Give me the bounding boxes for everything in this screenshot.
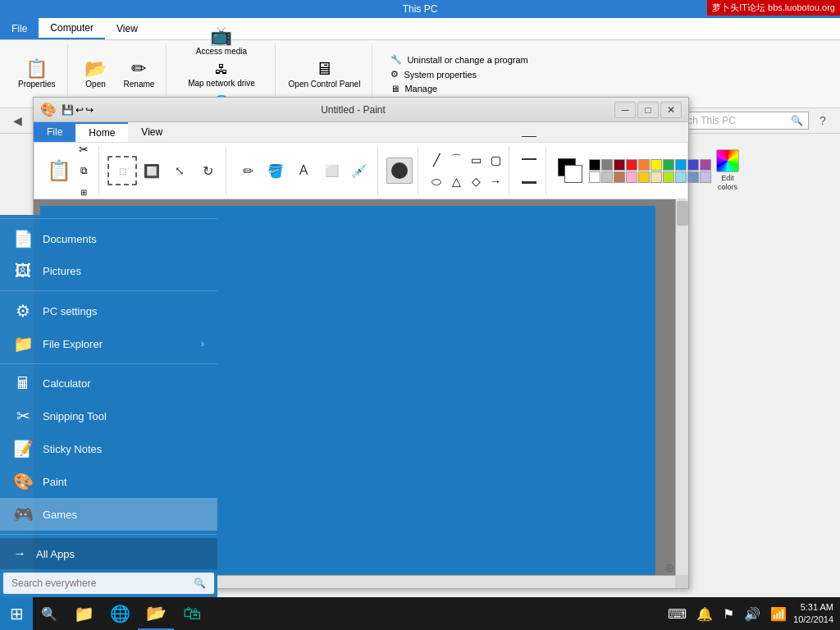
text-button[interactable]: A bbox=[290, 158, 317, 184]
vertical-scrollbar[interactable] bbox=[675, 199, 688, 575]
paint-tab-view[interactable]: View bbox=[128, 122, 176, 142]
resize-button[interactable]: ⤡ bbox=[167, 158, 193, 184]
color-orange[interactable] bbox=[638, 159, 650, 171]
canvas-add-icon[interactable]: ⊕ bbox=[664, 561, 674, 574]
start-menu-item-fileexplorer[interactable]: 📁 File Explorer › bbox=[0, 327, 217, 360]
taskbar-internet-explorer[interactable]: 🌐 bbox=[102, 597, 138, 630]
color-green[interactable] bbox=[663, 159, 674, 171]
start-menu-item-calculator[interactable]: 🖩 Calculator bbox=[0, 368, 217, 399]
calculator-icon: 🖩 bbox=[13, 374, 33, 393]
keyboard-icon[interactable]: ⌨ bbox=[664, 605, 690, 623]
properties-button[interactable]: 📋 Properties bbox=[13, 57, 61, 92]
uninstall-button[interactable]: 🔧 Uninstall or change a program bbox=[387, 52, 531, 66]
crop-button[interactable]: 🔲 bbox=[139, 158, 165, 184]
start-menu-item-stickynotes[interactable]: 📝 Sticky Notes bbox=[0, 432, 217, 465]
start-menu-item-paint[interactable]: 🎨 Paint bbox=[0, 465, 217, 498]
cut-button[interactable]: ✂ bbox=[74, 139, 94, 159]
color-red[interactable] bbox=[626, 159, 637, 171]
color-white[interactable] bbox=[589, 171, 600, 183]
start-menu-item-snipping[interactable]: ✂ Snipping Tool bbox=[0, 399, 217, 432]
arrow-shape[interactable]: → bbox=[486, 171, 505, 191]
quick-undo-icon[interactable]: ↩ bbox=[75, 104, 84, 116]
color-pink[interactable] bbox=[626, 171, 637, 183]
start-menu-top-divider bbox=[0, 218, 217, 219]
map-network-button[interactable]: 🖧 Map network drive bbox=[183, 59, 260, 91]
flag-icon[interactable]: ⚑ bbox=[719, 605, 737, 623]
ribbon-group-system: 🔧 Uninstall or change a program ⚙ System… bbox=[374, 44, 544, 103]
pencil-button[interactable]: ✏ bbox=[235, 158, 261, 184]
taskbar-search-button[interactable]: 🔍 bbox=[33, 597, 66, 630]
help-button[interactable]: ? bbox=[812, 112, 833, 130]
size-3[interactable] bbox=[519, 172, 539, 192]
color-darkred[interactable] bbox=[614, 159, 625, 171]
tab-view[interactable]: View bbox=[105, 18, 149, 39]
color-wheel[interactable] bbox=[716, 149, 739, 172]
fill-button[interactable]: 🪣 bbox=[262, 158, 289, 184]
color-lime[interactable] bbox=[663, 171, 674, 183]
color-indigo[interactable] bbox=[687, 159, 699, 171]
system-properties-button[interactable]: ⚙ System properties bbox=[387, 67, 531, 81]
volume-icon[interactable]: 🔊 bbox=[741, 605, 764, 623]
rect-shape[interactable]: ▭ bbox=[466, 150, 486, 170]
thispc-title: This PC bbox=[403, 3, 438, 15]
curve-shape[interactable]: ⌒ bbox=[446, 150, 466, 170]
color-cream[interactable] bbox=[651, 171, 662, 183]
color-slateblue[interactable] bbox=[687, 171, 699, 183]
color-gray[interactable] bbox=[601, 159, 613, 171]
quick-redo-icon[interactable]: ↪ bbox=[85, 104, 94, 116]
start-menu-item-pcsettings[interactable]: ⚙ PC settings bbox=[0, 294, 217, 327]
paint-minimize-button[interactable]: ─ bbox=[614, 102, 636, 118]
notification-icon[interactable]: 🔔 bbox=[693, 605, 716, 623]
ellipse-shape[interactable]: ⬭ bbox=[427, 171, 446, 191]
color-yellow[interactable] bbox=[651, 159, 662, 171]
start-menu-divider-1 bbox=[0, 290, 217, 291]
diamond-shape[interactable]: ◇ bbox=[466, 171, 486, 191]
back-button[interactable]: ◀ bbox=[7, 112, 28, 130]
start-menu-item-documents[interactable]: 📄 Documents bbox=[0, 222, 217, 255]
paint-size-group bbox=[513, 146, 546, 195]
color-brown[interactable] bbox=[614, 171, 625, 183]
color-lavender[interactable] bbox=[700, 171, 711, 183]
paint-tab-file[interactable]: File bbox=[34, 122, 75, 142]
size-2[interactable] bbox=[519, 149, 539, 169]
quick-save-icon[interactable]: 💾 bbox=[62, 104, 74, 116]
access-media-button[interactable]: 📺 Access media bbox=[191, 24, 252, 59]
line-shape[interactable]: ╱ bbox=[427, 150, 446, 170]
eraser-button[interactable]: ⬜ bbox=[318, 158, 345, 184]
color-gold[interactable] bbox=[638, 171, 650, 183]
start-menu-item-pictures[interactable]: 🖼 Pictures bbox=[0, 255, 217, 287]
start-menu-item-games[interactable]: 🎮 Games bbox=[0, 498, 217, 531]
start-button[interactable]: ⊞ bbox=[0, 597, 33, 630]
manage-button[interactable]: 🖥 Manage bbox=[387, 82, 531, 95]
paint-maximize-button[interactable]: □ bbox=[637, 102, 659, 118]
paint-titlebar-controls: ─ □ ✕ bbox=[613, 102, 682, 118]
open-button[interactable]: 📂 Open bbox=[76, 57, 116, 92]
taskbar-file-explorer[interactable]: 📁 bbox=[66, 597, 102, 630]
color-blue[interactable] bbox=[675, 159, 687, 171]
taskbar-windows-store[interactable]: 🛍 bbox=[174, 597, 210, 630]
copy-button[interactable]: ⧉ bbox=[74, 161, 94, 180]
color-lightgray[interactable] bbox=[601, 171, 613, 183]
search-input[interactable] bbox=[11, 578, 187, 589]
select-rect-button[interactable]: ⬚ bbox=[107, 156, 137, 185]
active-brush[interactable] bbox=[386, 158, 413, 184]
color-picker-button[interactable]: 💉 bbox=[346, 158, 372, 184]
size-1[interactable] bbox=[519, 126, 539, 146]
search-bar[interactable]: 🔍 bbox=[3, 573, 214, 594]
color-purple[interactable] bbox=[700, 159, 711, 171]
background-color[interactable] bbox=[564, 165, 582, 183]
rounded-rect-shape[interactable]: ▢ bbox=[486, 150, 505, 170]
taskbar-file-explorer-2[interactable]: 📂 bbox=[138, 597, 174, 630]
color-black[interactable] bbox=[589, 159, 600, 171]
triangle-shape[interactable]: △ bbox=[446, 171, 466, 191]
rotate-button[interactable]: ↻ bbox=[194, 158, 221, 184]
search-submit-icon[interactable]: 🔍 bbox=[194, 578, 206, 589]
tab-computer[interactable]: Computer bbox=[39, 18, 105, 39]
rename-button[interactable]: ✏ Rename bbox=[119, 57, 160, 92]
paint-close-button[interactable]: ✕ bbox=[660, 102, 682, 118]
color-lightblue[interactable] bbox=[675, 171, 687, 183]
all-apps-item[interactable]: → All Apps bbox=[0, 538, 217, 569]
open-control-panel-button[interactable]: 🖥 Open Control Panel bbox=[284, 57, 366, 92]
tab-file[interactable]: File bbox=[0, 18, 39, 39]
network-icon[interactable]: 📶 bbox=[767, 605, 790, 623]
